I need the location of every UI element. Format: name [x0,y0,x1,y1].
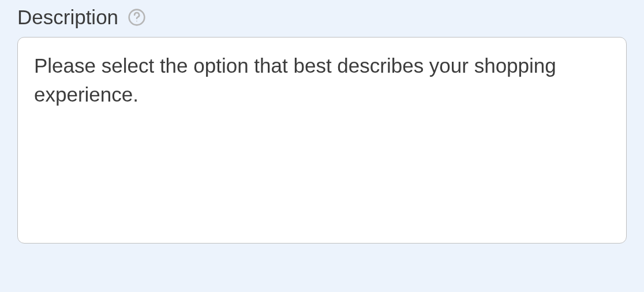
help-icon[interactable] [128,8,146,27]
description-textarea[interactable] [17,37,627,244]
description-label: Description [17,6,118,29]
description-label-row: Description [17,0,627,29]
svg-point-1 [136,21,137,22]
description-textarea-wrap [17,37,627,244]
